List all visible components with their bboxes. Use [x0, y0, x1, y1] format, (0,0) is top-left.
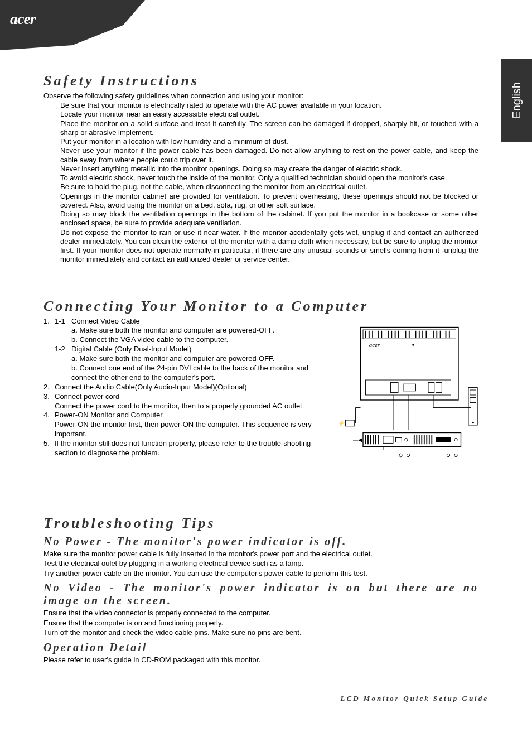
svg-point-22 — [412, 344, 414, 346]
svg-point-60 — [454, 438, 457, 441]
safety-bullet: Openings in the monitor cabinet are prov… — [60, 192, 478, 210]
safety-bullet: Be sure to hold the plug, not the cable,… — [60, 182, 478, 191]
svg-rect-57 — [396, 437, 402, 442]
svg-rect-24 — [391, 382, 399, 392]
subheading-operation: Operation Detail — [43, 641, 478, 654]
step-num: 3. — [43, 392, 55, 402]
diagram-brand-text: acer — [369, 341, 380, 348]
svg-rect-59 — [436, 437, 451, 442]
connecting-steps: 1. 1-1 Connect Video Cable a. Make sure … — [43, 317, 322, 473]
safety-bullet: Never insert anything metallic into the … — [60, 165, 478, 174]
trouble-line: Please refer to user's guide in CD-ROM p… — [43, 655, 478, 665]
heading-safety: Safety Instructions — [43, 73, 478, 89]
safety-bullets: Be sure that your monitor is electricall… — [60, 101, 478, 264]
safety-bullet: Locate your monitor near an easily acces… — [60, 110, 478, 119]
step-line: a. Make sure both the monitor and comput… — [71, 326, 322, 335]
trouble-line: Ensure that the video connector is prope… — [43, 608, 478, 618]
svg-rect-29 — [346, 420, 355, 426]
safety-intro: Observe the following safety guidelines … — [43, 92, 478, 100]
section-connecting: Connecting Your Monitor to a Computer 1.… — [43, 298, 478, 473]
step-num: 5. — [43, 439, 55, 458]
step-line: a. Make sure both the monitor and comput… — [71, 354, 322, 364]
safety-bullet: Doing so may block the ventilation openi… — [60, 210, 478, 228]
connection-diagram: acer ⚡ — [328, 317, 478, 473]
trouble-line: Test the electrical oulet by plugging in… — [43, 558, 478, 569]
svg-point-64 — [407, 454, 409, 456]
svg-point-66 — [454, 454, 457, 456]
svg-point-65 — [447, 454, 449, 456]
step-title: Power-ON Monitor and Computer — [55, 411, 322, 420]
safety-bullet: Place the monitor on a solid surface and… — [60, 119, 478, 138]
subheading-no-video: No Video - The monitor's power indicator… — [43, 581, 478, 607]
trouble-line: Try another power cable on the monitor. … — [43, 569, 478, 579]
step-num: 1-2 — [55, 345, 71, 354]
safety-bullet: Never use your monitor if the power cabl… — [60, 146, 478, 165]
language-label: English — [510, 82, 523, 119]
safety-bullet: Be sure that your monitor is electricall… — [60, 101, 478, 110]
svg-rect-56 — [383, 436, 393, 443]
svg-rect-26 — [428, 382, 434, 392]
step-num: 1-1 — [55, 317, 71, 326]
step-line: Connect the power cord to the monitor, t… — [55, 402, 322, 411]
step-line: Power-ON the monitor first, then power-O… — [55, 420, 322, 439]
svg-rect-27 — [436, 382, 442, 392]
section-troubleshooting: Troubleshooting Tips No Power - The moni… — [43, 515, 478, 665]
step-line: b. Connect the VGA video cable to the co… — [71, 335, 322, 345]
step-num: 4. — [43, 411, 55, 420]
language-tab: English — [501, 59, 532, 142]
safety-bullet: Do not expose the monitor to rain or use… — [60, 228, 478, 264]
safety-bullet: Put your monitor in a location with low … — [60, 137, 478, 146]
trouble-line: Turn off the monitor and check the video… — [43, 628, 478, 638]
svg-rect-25 — [403, 384, 416, 391]
safety-bullet: To avoid electric shock, never touch the… — [60, 174, 478, 182]
step-line: Connect the Audio Cable(Only Audio-Input… — [55, 383, 322, 392]
svg-rect-33 — [470, 397, 476, 402]
svg-rect-23 — [366, 380, 451, 395]
step-line: b. Connect one end of the 24-pin DVI cab… — [71, 364, 322, 383]
page-content: Safety Instructions Observe the followin… — [43, 73, 478, 664]
step-num: 1. — [43, 317, 55, 326]
step-line: If the monitor still does not function p… — [55, 439, 322, 458]
trouble-line: Ensure that the computer is on and funct… — [43, 618, 478, 628]
trouble-line: Make sure the monitor power cable is ful… — [43, 549, 478, 559]
svg-rect-32 — [470, 390, 476, 395]
svg-point-58 — [405, 438, 408, 441]
svg-point-34 — [472, 421, 474, 423]
step-title: Connect Video Cable — [71, 317, 322, 326]
page-footer: LCD Monitor Quick Setup Guide — [341, 694, 489, 703]
svg-rect-0 — [361, 327, 459, 400]
heading-troubleshooting: Troubleshooting Tips — [43, 515, 478, 532]
svg-point-63 — [399, 454, 402, 456]
step-num: 2. — [43, 383, 55, 392]
brand-logo: acer — [10, 10, 36, 28]
step-title: Connect power cord — [55, 392, 322, 402]
step-title: Digital Cable (Only Dual-Input Model) — [71, 345, 322, 354]
heading-connecting: Connecting Your Monitor to a Computer — [43, 298, 478, 315]
subheading-no-power: No Power - The monitor's power indicator… — [43, 535, 478, 548]
